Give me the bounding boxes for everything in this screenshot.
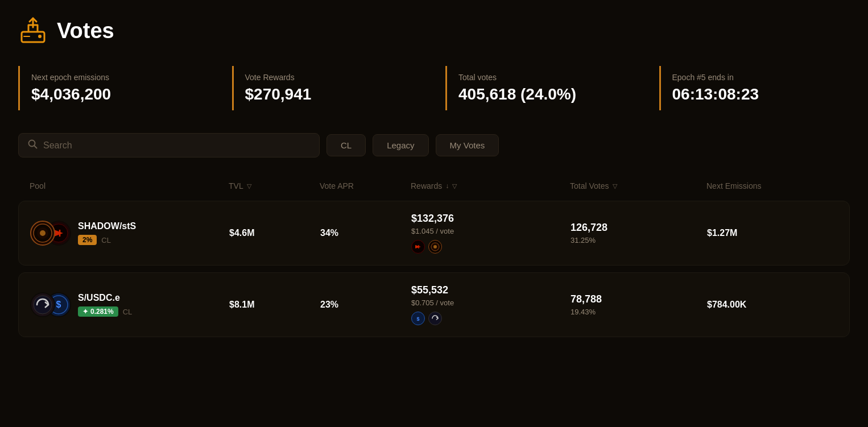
next-emissions-susdc: $784.00K (707, 300, 821, 310)
pool-info-susdc: S/USDC.e ✦ 0.281% CL (78, 293, 132, 317)
filter-legacy-button[interactable]: Legacy (373, 134, 428, 156)
votes-shadow: 126,728 31.25% (571, 222, 707, 244)
rewards-main-shadow: $132,376 (411, 213, 571, 225)
tvl-susdc: $8.1M (229, 300, 320, 310)
tvl-filter-icon[interactable]: ▽ (247, 183, 251, 190)
badge-type-shadow: CL (101, 236, 111, 244)
svg-point-3 (38, 35, 42, 38)
svg-point-15 (433, 245, 437, 248)
stat-value-3: 06:13:08:23 (672, 85, 832, 103)
filter-cl-button[interactable]: CL (326, 134, 366, 156)
stat-label-0: Next epoch emissions (31, 73, 191, 82)
col-header-vote-apr: Vote APR (320, 181, 411, 190)
rewards-sub-shadow: $1.045 / vote (411, 227, 571, 235)
pool-badges-shadow: 2% CL (78, 235, 136, 245)
pool-badges-susdc: ✦ 0.281% CL (78, 306, 132, 317)
stats-row: Next epoch emissions $4,036,200 Vote Rew… (18, 66, 850, 110)
rewards-susdc: $55,532 $0.705 / vote $ (411, 284, 571, 325)
rewards-filter-icon[interactable]: ▽ (452, 183, 457, 190)
total-votes-filter-icon[interactable]: ▽ (613, 183, 617, 190)
pool-name-shadow: SHADOW/stS (78, 221, 136, 231)
stat-value-0: $4,036,200 (31, 85, 191, 103)
tvl-shadow: $4.6M (229, 228, 320, 238)
page-container: Votes Next epoch emissions $4,036,200 Vo… (0, 0, 868, 360)
stat-total-votes: Total votes 405,618 (24.0%) (445, 66, 636, 110)
shadow-token-icon (30, 221, 55, 246)
filter-my-votes-button[interactable]: My Votes (436, 134, 499, 156)
votes-icon (18, 16, 48, 45)
votes-main-susdc: 78,788 (571, 293, 707, 305)
votes-main-shadow: 126,728 (571, 222, 707, 234)
filter-row: CL Legacy My Votes (18, 133, 850, 157)
table-row: $ S/USDC.e ✦ 0.281% CL $8.1M (18, 272, 850, 337)
stat-vote-rewards: Vote Rewards $270,941 (232, 66, 423, 110)
stat-value-1: $270,941 (245, 85, 405, 103)
col-header-pool: Pool (30, 181, 229, 190)
badge-fee-susdc: ✦ 0.281% (78, 306, 118, 317)
svg-marker-12 (415, 245, 421, 248)
svg-point-8 (40, 230, 46, 236)
table-header: Pool TVL ▽ Vote APR Rewards ↓ ▽ Total Vo… (18, 176, 850, 196)
stat-label-2: Total votes (458, 73, 618, 82)
col-header-total-votes: Total Votes ▽ (570, 181, 706, 190)
badge-type-susdc: CL (123, 308, 133, 316)
rewards-sort-icon[interactable]: ↓ (445, 182, 449, 190)
rewards-main-susdc: $55,532 (411, 284, 571, 296)
svg-line-5 (34, 146, 37, 148)
search-icon (28, 139, 38, 151)
rewards-sub-susdc: $0.705 / vote (411, 299, 571, 307)
token-icons-shadow (30, 221, 71, 246)
col-header-rewards: Rewards ↓ ▽ (411, 181, 570, 190)
votes-pct-susdc: 19.43% (571, 308, 707, 316)
pool-name-susdc: S/USDC.e (78, 293, 132, 303)
svg-text:$: $ (56, 300, 61, 309)
page-header: Votes (18, 16, 850, 45)
svg-text:$: $ (416, 316, 419, 322)
reward-token-usdc-icon: $ (411, 312, 425, 325)
rewards-tokens-shadow (411, 240, 571, 254)
col-header-next-emissions: Next Emissions (706, 181, 820, 190)
stat-label-1: Vote Rewards (245, 73, 405, 82)
badge-fee-shadow: 2% (78, 235, 97, 245)
s-token-icon (30, 292, 55, 317)
next-emissions-shadow: $1.27M (707, 228, 821, 238)
rewards-shadow: $132,376 $1.045 / vote (411, 213, 571, 254)
rewards-tokens-susdc: $ (411, 312, 571, 325)
pool-cell-susdc: $ S/USDC.e ✦ 0.281% CL (30, 292, 229, 317)
reward-token-s-icon (428, 312, 442, 325)
pool-info-shadow: SHADOW/stS 2% CL (78, 221, 136, 245)
table-row: SHADOW/stS 2% CL $4.6M 34% $132,376 $1.0… (18, 201, 850, 266)
stat-value-2: 405,618 (24.0%) (458, 85, 618, 103)
table-container: Pool TVL ▽ Vote APR Rewards ↓ ▽ Total Vo… (18, 176, 850, 337)
search-container (18, 133, 320, 157)
votes-pct-shadow: 31.25% (571, 236, 707, 244)
stat-epoch-ends: Epoch #5 ends in 06:13:08:23 (659, 66, 850, 110)
vote-apr-susdc: 23% (320, 300, 411, 310)
col-header-tvl: TVL ▽ (229, 181, 320, 190)
search-input[interactable] (43, 140, 310, 151)
reward-token-shadow-1 (411, 240, 425, 254)
token-icons-susdc: $ (30, 292, 71, 317)
reward-token-shadow-2 (428, 240, 442, 254)
pool-cell-shadow: SHADOW/stS 2% CL (30, 221, 229, 246)
stat-label-3: Epoch #5 ends in (672, 73, 832, 82)
page-title: Votes (57, 19, 114, 43)
stat-next-epoch-emissions: Next epoch emissions $4,036,200 (18, 66, 209, 110)
vote-apr-shadow: 34% (320, 228, 411, 238)
votes-susdc: 78,788 19.43% (571, 293, 707, 316)
